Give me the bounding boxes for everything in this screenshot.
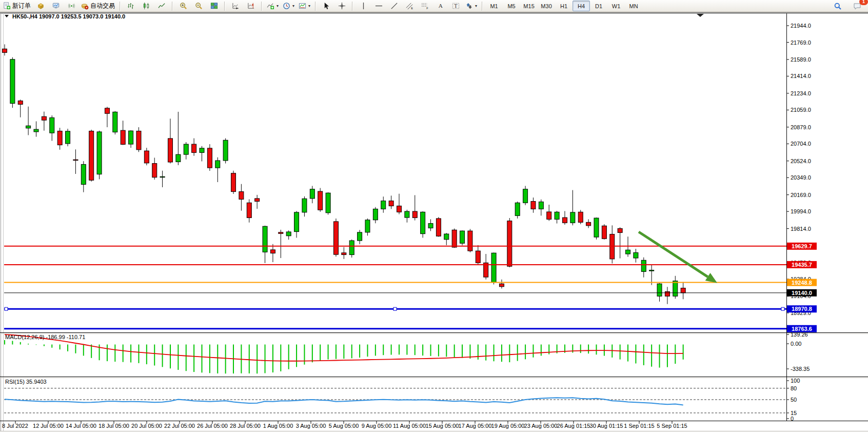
time-tick-label: 5 Sep 01:15 [657, 423, 687, 429]
timeframe-m15[interactable]: M15 [520, 1, 538, 11]
bar-chart-button[interactable] [123, 1, 139, 12]
timeframe-h4[interactable]: H4 [573, 1, 590, 11]
candle [113, 112, 117, 132]
price-tick-label: 20704.0 [791, 141, 811, 147]
price-tick-label: 21234.0 [791, 90, 811, 96]
period-button[interactable]: ▾ [281, 1, 297, 12]
candle [460, 231, 465, 243]
candle [476, 251, 480, 263]
timeframe-h1[interactable]: H1 [555, 1, 573, 11]
text-icon: A [437, 2, 444, 10]
channel-button[interactable]: E [402, 1, 417, 12]
price-line-label-text: 19435.7 [792, 262, 812, 268]
toolbar-right-group: 1 [830, 1, 868, 12]
toolbar-separator [352, 2, 353, 11]
label-button[interactable]: T [448, 1, 463, 12]
candle [342, 253, 346, 255]
candle [397, 206, 402, 212]
auto-trading-button[interactable]: 自动交易 [79, 1, 117, 12]
new-order-button[interactable]: 新订单 [1, 1, 33, 12]
timeframe-w1[interactable]: W1 [607, 1, 625, 11]
gold-cube-button[interactable] [33, 1, 48, 12]
line-handle[interactable] [5, 307, 8, 310]
zoom-out-button[interactable] [191, 1, 206, 12]
signal-button[interactable] [64, 1, 79, 12]
text-button[interactable]: A [432, 1, 448, 12]
line-chart-button[interactable] [154, 1, 169, 12]
clock-icon [283, 2, 290, 10]
zoom-in-button[interactable] [175, 1, 191, 12]
cursor-button[interactable] [319, 1, 334, 12]
candlestick-chart-button[interactable] [139, 1, 154, 12]
signal-icon [68, 2, 75, 10]
candle [50, 117, 54, 133]
timeframe-m30[interactable]: M30 [538, 1, 555, 11]
candle [302, 199, 307, 212]
template-button[interactable]: ▾ [297, 1, 312, 12]
chart-canvas[interactable]: HK50-,H4 19097.0 19253.5 19073.0 19140.0… [0, 0, 868, 434]
chart-type-group [122, 1, 170, 12]
candle [10, 60, 15, 104]
indicators-button[interactable]: ▾ [265, 1, 281, 12]
timeframe-d1[interactable]: D1 [590, 1, 607, 11]
indicators-add-icon [267, 2, 274, 10]
trendline-button[interactable] [386, 1, 402, 12]
price-line-label-text: 19248.8 [792, 280, 812, 286]
price-line-label-text: 18763.6 [792, 326, 812, 332]
horizontal-line-icon [375, 2, 383, 10]
price-tick-label: 20879.0 [791, 124, 811, 130]
candle [121, 130, 125, 144]
terminal-icon [52, 2, 60, 10]
candle [594, 218, 599, 237]
search-button[interactable] [830, 1, 845, 12]
candle [618, 228, 622, 232]
candle [310, 189, 314, 199]
svg-text:F: F [426, 7, 428, 10]
candle [263, 226, 267, 252]
timeframe-m1[interactable]: M1 [485, 1, 503, 11]
time-axis[interactable]: 8 Jul 202212 Jul 05:0014 Jul 05:0018 Jul… [2, 421, 687, 429]
rsi-axis-label: 0 [791, 416, 794, 422]
chevron-down-icon: ▾ [475, 4, 477, 8]
candle [452, 230, 457, 247]
crosshair-button[interactable] [334, 1, 349, 12]
candle [18, 101, 23, 105]
new-order-icon [3, 2, 11, 10]
fibonacci-button[interactable]: F [417, 1, 432, 12]
line-handle[interactable] [781, 307, 784, 310]
price-tick-label: 21059.0 [791, 107, 811, 113]
time-tick-label: 23 Aug 05:00 [524, 423, 558, 429]
auto-trading-icon [81, 2, 89, 10]
candle [373, 209, 378, 220]
vertical-line-button[interactable] [356, 1, 371, 12]
chart-shift-button[interactable] [243, 1, 259, 12]
notifications-button[interactable]: 1 [850, 1, 865, 12]
cursor-icon [323, 2, 330, 10]
horizontal-line-button[interactable] [371, 1, 386, 12]
notification-badge: 1 [859, 0, 868, 5]
candle [657, 284, 662, 296]
timeframe-mn[interactable]: MN [625, 1, 642, 11]
timeframe-m5[interactable]: M5 [503, 1, 520, 11]
candle [523, 189, 528, 203]
candle [405, 211, 409, 218]
candle [515, 203, 520, 215]
time-tick-label: 1 Sep 01:15 [624, 423, 654, 429]
candle [215, 161, 220, 168]
candle [326, 193, 330, 213]
price-tick-label: 21589.0 [791, 56, 811, 63]
terminal-button[interactable] [48, 1, 64, 12]
candle [602, 226, 606, 239]
text-label-icon: T [452, 2, 460, 10]
candle [531, 202, 536, 209]
arrows-button[interactable]: ▾ [463, 1, 479, 12]
line-handle[interactable] [393, 307, 397, 310]
auto-scroll-button[interactable] [228, 1, 243, 12]
price-tick-label: 20169.0 [791, 192, 811, 198]
toolbar-separator [172, 2, 173, 11]
candle [365, 220, 370, 232]
tile-windows-button[interactable] [206, 1, 222, 12]
line-chart-icon [158, 2, 166, 10]
scroll-group [227, 1, 260, 12]
candle [586, 222, 591, 226]
